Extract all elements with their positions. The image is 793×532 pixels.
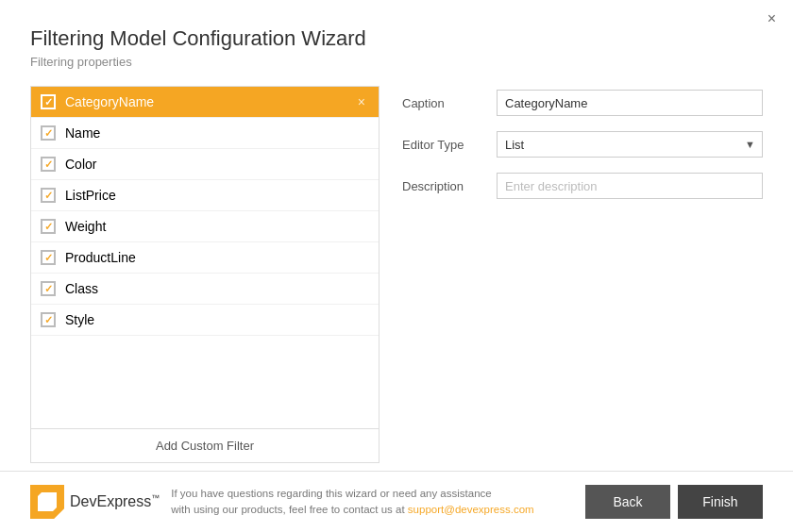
dialog-body: CategoryName×NameColorListPriceWeightPro… [0, 75, 793, 471]
right-panel: Caption Editor Type ListTextDateNumberBo… [402, 86, 763, 463]
filter-checkbox [41, 157, 56, 172]
logo-icon-inner [38, 492, 57, 511]
support-email-link[interactable]: support@devexpress.com [408, 504, 534, 515]
editor-type-row: Editor Type ListTextDateNumberBoolean ▼ [402, 131, 763, 158]
filter-item-label: Name [65, 125, 369, 141]
caption-row: Caption [402, 90, 763, 116]
description-row: Description [402, 173, 763, 199]
back-button[interactable]: Back [585, 485, 670, 519]
dialog-title: Filtering Model Configuration Wizard [30, 26, 763, 51]
filter-list-item[interactable]: Style [31, 305, 379, 336]
filter-checkbox [41, 312, 56, 327]
remove-filter-button[interactable]: × [354, 94, 369, 109]
filter-checkbox [41, 281, 56, 296]
editor-type-select-wrapper: ListTextDateNumberBoolean ▼ [497, 131, 763, 158]
logo-dev: Dev [70, 493, 96, 509]
editor-type-label: Editor Type [402, 138, 497, 152]
devexpress-logo: DevExpress™ [30, 485, 160, 519]
footer-info: If you have questions regarding this wiz… [171, 486, 533, 519]
filter-checkbox [41, 219, 56, 234]
dialog: × Filtering Model Configuration Wizard F… [0, 0, 793, 532]
filter-checkbox [41, 250, 56, 265]
caption-input[interactable] [497, 90, 763, 116]
devexpress-logo-icon [30, 485, 64, 519]
finish-button[interactable]: Finish [678, 485, 763, 519]
filter-item-label: ProductLine [65, 250, 369, 265]
close-button[interactable]: × [764, 9, 780, 28]
footer-info-line2: with using our products, feel free to co… [171, 502, 533, 518]
logo-express: Express [96, 493, 151, 509]
filter-item-label: Weight [65, 219, 369, 234]
dialog-footer: DevExpress™ If you have questions regard… [0, 471, 793, 532]
footer-brand: DevExpress™ [30, 485, 160, 519]
filter-list-item[interactable]: Weight [31, 211, 379, 242]
logo-tm: ™ [151, 493, 160, 503]
filter-checkbox [41, 125, 56, 141]
filter-item-label: CategoryName [65, 94, 354, 109]
filter-item-label: Color [65, 157, 369, 172]
filter-list-item[interactable]: ListPrice [31, 180, 379, 211]
caption-label: Caption [402, 96, 497, 110]
filter-item-label: Style [65, 312, 369, 327]
add-custom-filter-button[interactable]: Add Custom Filter [31, 428, 379, 462]
filter-list-item[interactable]: Color [31, 149, 379, 180]
filter-item-label: ListPrice [65, 188, 369, 203]
footer-info-line1: If you have questions regarding this wiz… [171, 486, 533, 502]
logo-text: DevExpress™ [70, 493, 160, 510]
filter-item-label: Class [65, 281, 369, 296]
description-label: Description [402, 179, 497, 193]
filter-list-item[interactable]: CategoryName× [31, 87, 379, 118]
filter-checkbox [41, 188, 56, 203]
footer-buttons: Back Finish [585, 485, 763, 519]
filter-list: CategoryName×NameColorListPriceWeightPro… [31, 87, 379, 428]
filter-list-item[interactable]: ProductLine [31, 242, 379, 274]
filter-list-item[interactable]: Name [31, 118, 379, 149]
left-panel: CategoryName×NameColorListPriceWeightPro… [30, 86, 380, 463]
filter-list-item[interactable]: Class [31, 274, 379, 305]
dialog-header: Filtering Model Configuration Wizard Fil… [0, 0, 793, 75]
editor-type-select[interactable]: ListTextDateNumberBoolean [497, 131, 763, 158]
filter-checkbox [41, 94, 56, 109]
dialog-subtitle: Filtering properties [30, 55, 763, 69]
description-input[interactable] [497, 173, 763, 199]
